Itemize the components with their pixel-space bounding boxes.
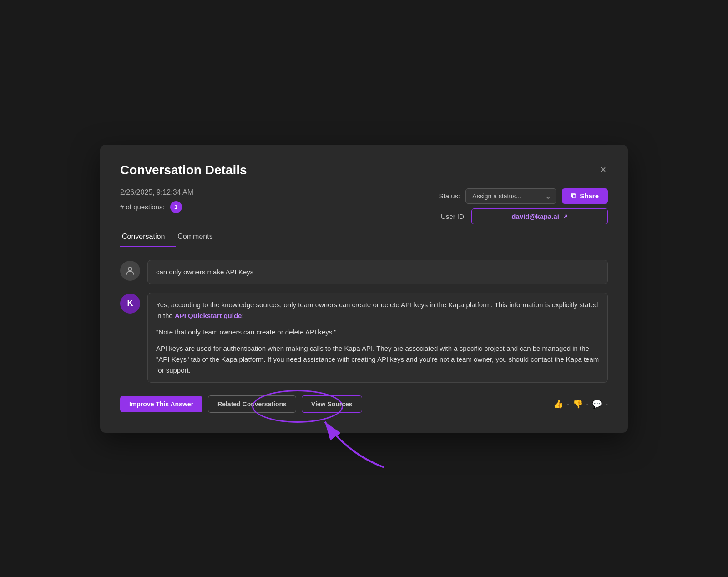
tabs-container: Conversation Comments [120, 228, 608, 247]
answer-para-1: Yes, according to the knowledge sources,… [156, 299, 599, 321]
arrow-annotation [311, 413, 402, 472]
meta-left: 2/26/2025, 9:12:34 AM # of questions: 1 [120, 188, 193, 222]
questions-badge: 1 [170, 201, 182, 213]
kapa-avatar: K [120, 294, 140, 314]
external-link-icon: ↗ [563, 213, 568, 220]
close-button[interactable]: × [598, 163, 608, 177]
sep-3: - [606, 400, 608, 408]
actions-row: Improve This Answer Related Conversation… [120, 395, 608, 413]
tab-conversation[interactable]: Conversation [120, 228, 176, 247]
user-id-row: User ID: david@kapa.ai ↗ [441, 208, 608, 224]
kapa-message-row: K Yes, according to the knowledge source… [120, 293, 608, 383]
conversation-details-modal: Conversation Details × 2/26/2025, 9:12:3… [100, 145, 628, 433]
sep-2: - [586, 400, 589, 408]
user-id-text: david@kapa.ai [511, 213, 559, 220]
svg-point-0 [128, 267, 132, 271]
kapa-answer-bubble: Yes, according to the knowledge sources,… [147, 293, 608, 383]
user-id-label: User ID: [441, 213, 466, 220]
modal-overlay: Conversation Details × 2/26/2025, 9:12:3… [0, 0, 728, 577]
comment-icon[interactable]: 💬 [592, 399, 602, 409]
related-conversations-button[interactable]: Related Conversations [208, 395, 296, 413]
share-label: Share [580, 192, 599, 200]
thumbdown-icon[interactable]: 👎 [573, 399, 583, 409]
view-sources-button[interactable]: View Sources [302, 395, 362, 413]
user-question-text: can only owners make API Keys [156, 268, 253, 276]
questions-row: # of questions: 1 [120, 201, 193, 213]
sep-1: - [567, 400, 569, 408]
thumbup-icon[interactable]: 👍 [553, 399, 563, 409]
feedback-icons: 👍 - 👎 - 💬 - [553, 399, 608, 409]
timestamp: 2/26/2025, 9:12:34 AM [120, 188, 193, 197]
user-message-row: can only owners make API Keys [120, 260, 608, 284]
api-quickstart-link[interactable]: API Quickstart guide [175, 312, 242, 319]
status-label: Status: [439, 192, 460, 200]
user-avatar [120, 261, 140, 281]
status-select[interactable]: Assign a status... [465, 188, 556, 204]
modal-title: Conversation Details [120, 163, 247, 177]
improve-answer-button[interactable]: Improve This Answer [120, 396, 202, 412]
answer-para-2: "Note that only team owners can create o… [156, 327, 599, 338]
share-icon: ⧉ [571, 192, 576, 200]
conversation-area: can only owners make API Keys K Yes, acc… [120, 260, 608, 383]
status-select-wrapper: Assign a status... [465, 188, 556, 204]
meta-row: 2/26/2025, 9:12:34 AM # of questions: 1 … [120, 188, 608, 224]
meta-right: Status: Assign a status... ⧉ Share User … [439, 188, 608, 224]
questions-label: # of questions: [120, 203, 165, 211]
share-button[interactable]: ⧉ Share [562, 188, 608, 204]
user-id-value[interactable]: david@kapa.ai ↗ [471, 208, 608, 224]
tab-comments[interactable]: Comments [176, 228, 223, 247]
user-question-bubble: can only owners make API Keys [147, 260, 608, 284]
status-row: Status: Assign a status... ⧉ Share [439, 188, 608, 204]
modal-header: Conversation Details × [120, 163, 608, 177]
answer-para-3: API keys are used for authentication whe… [156, 343, 599, 376]
